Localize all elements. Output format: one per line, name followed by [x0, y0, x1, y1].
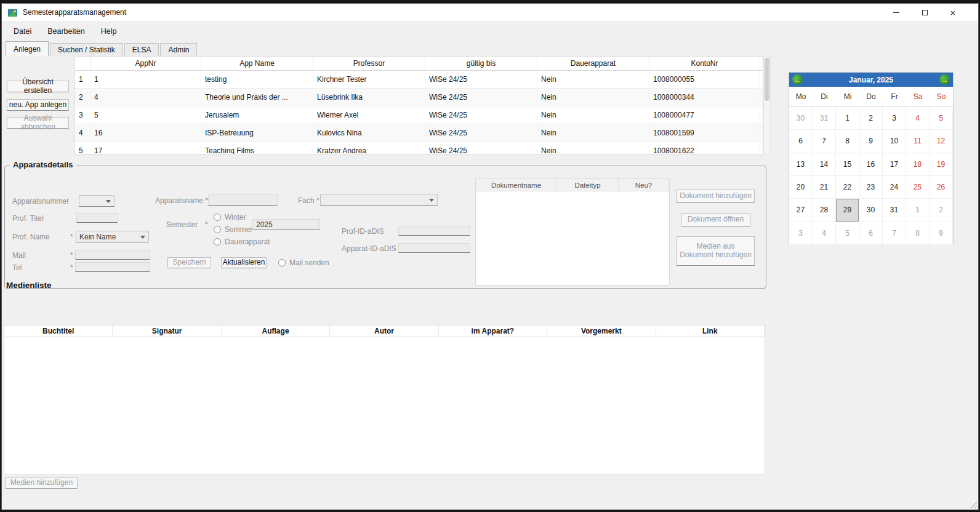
prof-id-adis-field[interactable]	[398, 226, 470, 236]
calendar-day[interactable]: 27	[789, 199, 813, 222]
calendar-prev-button[interactable]: ←	[792, 74, 803, 85]
calendar-day[interactable]: 8	[906, 222, 930, 245]
column-header-kontonr[interactable]: KontoNr	[649, 57, 760, 70]
calendar-day[interactable]: 5	[930, 107, 953, 130]
prof-name-select[interactable]: Kein Name	[76, 231, 149, 242]
maximize-button[interactable]	[910, 4, 939, 21]
column-header-dateityp[interactable]: Dateityp	[557, 179, 619, 191]
calendar-next-button[interactable]: →	[939, 74, 950, 85]
tel-field[interactable]	[75, 262, 150, 272]
calendar-day[interactable]: 1	[836, 107, 859, 130]
table-row[interactable]: 11testingKirchner TesterWiSe 24/25Nein10…	[75, 71, 763, 89]
tab-suchen-statistik[interactable]: Suchen / Statistik	[50, 43, 123, 56]
fach-select[interactable]	[320, 194, 438, 206]
apparatsname-field[interactable]	[208, 194, 278, 206]
calendar-day[interactable]: 7	[813, 130, 836, 153]
calendar-day[interactable]: 23	[859, 176, 883, 199]
menu-datei[interactable]: Datei	[6, 24, 39, 39]
menu-bearbeiten[interactable]: Bearbeiten	[39, 24, 92, 39]
calendar-day[interactable]: 15	[836, 153, 859, 176]
calendar-day[interactable]: 14	[813, 153, 836, 176]
neu-app-anlegen-button[interactable]: neu. App anlegen	[7, 99, 69, 111]
column-header-professor[interactable]: Professor	[313, 57, 425, 70]
calendar-day[interactable]: 26	[930, 176, 953, 199]
tab-admin[interactable]: Admin	[160, 43, 197, 56]
minimize-button[interactable]	[882, 4, 910, 21]
medien-aus-dokument-button[interactable]: Medien aus Dokument hinzufügen	[677, 236, 755, 266]
tab-anlegen[interactable]: Anlegen	[6, 41, 49, 56]
resize-grip[interactable]	[969, 500, 977, 508]
calendar-day[interactable]: 30	[789, 107, 813, 130]
column-header-buchtitel[interactable]: Buchtitel	[4, 326, 113, 337]
calendar-day[interactable]: 30	[859, 199, 883, 222]
aktualisieren-button[interactable]: Aktualisieren	[221, 257, 267, 268]
calendar-day[interactable]: 2	[859, 107, 883, 130]
calendar-day[interactable]: 20	[789, 176, 813, 199]
medien-hinzufuegen-button[interactable]: Medien hinzufügen	[6, 478, 78, 489]
auswahl-abbrechen-button[interactable]: Auswahl abbrechen	[7, 117, 69, 129]
column-header-neu[interactable]: Neu?	[619, 179, 669, 191]
calendar-day[interactable]: 17	[883, 153, 906, 176]
calendar-day[interactable]: 8	[836, 130, 859, 153]
dokument-oeffnen-button[interactable]: Dokument öffnen	[681, 213, 750, 226]
table-row[interactable]: 24Theorie und Praxis der ...Lüsebrink Il…	[75, 89, 763, 106]
table-row[interactable]: 517Teaching FilmsKratzer AndreaWiSe 24/2…	[75, 142, 763, 154]
dokument-hinzufuegen-button[interactable]: Dokument hinzufügen	[677, 190, 755, 203]
calendar-day[interactable]: 3	[883, 107, 906, 130]
calendar-day[interactable]: 31	[883, 199, 906, 222]
sommer-radio[interactable]	[214, 226, 221, 233]
column-header-gueltig-bis[interactable]: gültig bis	[425, 57, 537, 70]
calendar-day-selected[interactable]: 29	[836, 199, 859, 222]
calendar-day[interactable]: 9	[930, 222, 953, 245]
apparatsnummer-select[interactable]	[79, 195, 114, 207]
column-header-im-apparat[interactable]: im Apparat?	[439, 326, 547, 337]
column-header-auflage[interactable]: Auflage	[222, 326, 330, 337]
mail-senden-checkbox[interactable]	[278, 259, 286, 266]
calendar-day[interactable]: 19	[930, 153, 953, 176]
calendar-day[interactable]: 24	[883, 176, 906, 199]
column-header-dauerapparat[interactable]: Dauerapparat	[537, 57, 649, 70]
calendar-day[interactable]: 6	[859, 222, 883, 245]
calendar-day[interactable]: 2	[930, 199, 953, 222]
winter-radio[interactable]	[214, 214, 221, 221]
tab-elsa[interactable]: ELSA	[124, 43, 159, 56]
column-header-autor[interactable]: Autor	[330, 326, 438, 337]
calendar-day[interactable]: 31	[813, 107, 836, 130]
column-header-app-name[interactable]: App Name	[201, 57, 313, 70]
column-header-appnr[interactable]: AppNr	[90, 57, 201, 70]
mail-field[interactable]	[75, 250, 150, 260]
calendar-day[interactable]: 13	[789, 153, 813, 176]
calendar-day[interactable]: 4	[813, 222, 836, 245]
calendar-day[interactable]: 1	[906, 199, 930, 222]
column-header-vorgemerkt[interactable]: Vorgemerkt	[547, 326, 656, 337]
semester-year-field[interactable]: 2025	[252, 219, 320, 230]
table-row[interactable]: 35JerusalemWiemer AxelWiSe 24/25Nein1008…	[75, 106, 763, 124]
column-header-signatur[interactable]: Signatur	[113, 326, 221, 337]
column-header-link[interactable]: Link	[656, 326, 765, 337]
calendar-day[interactable]: 9	[859, 130, 883, 153]
column-header-dokumentname[interactable]: Dokumentname	[476, 179, 557, 191]
calendar-day[interactable]: 3	[789, 222, 813, 245]
uebersicht-erstellen-button[interactable]: Übersicht erstellen	[7, 81, 69, 92]
calendar-day[interactable]: 4	[906, 107, 930, 130]
calendar-day[interactable]: 6	[789, 130, 813, 153]
menu-help[interactable]: Help	[93, 24, 125, 39]
calendar-day[interactable]: 11	[906, 130, 930, 153]
calendar-day[interactable]: 12	[930, 130, 953, 153]
table-row[interactable]: 416ISP-BetreuungKulovics NinaWiSe 24/25N…	[75, 124, 763, 142]
dauerapparat-radio[interactable]	[214, 238, 221, 246]
speichern-button[interactable]: Speichern	[167, 257, 211, 268]
calendar-day[interactable]: 21	[813, 176, 836, 199]
app-table-scrollbar[interactable]	[763, 56, 771, 154]
calendar-day[interactable]: 22	[836, 176, 859, 199]
calendar-day[interactable]: 7	[883, 222, 906, 245]
calendar-day[interactable]: 10	[883, 130, 906, 153]
apparat-id-adis-field[interactable]	[398, 243, 470, 253]
calendar-month-title[interactable]: Januar, 2025	[849, 76, 893, 84]
calendar-day[interactable]: 25	[906, 176, 930, 199]
calendar-day[interactable]: 18	[906, 153, 930, 176]
calendar-day[interactable]: 16	[859, 153, 883, 176]
calendar-day[interactable]: 28	[813, 199, 836, 222]
calendar-day[interactable]: 5	[836, 222, 859, 245]
scrollbar-thumb[interactable]	[765, 58, 769, 101]
